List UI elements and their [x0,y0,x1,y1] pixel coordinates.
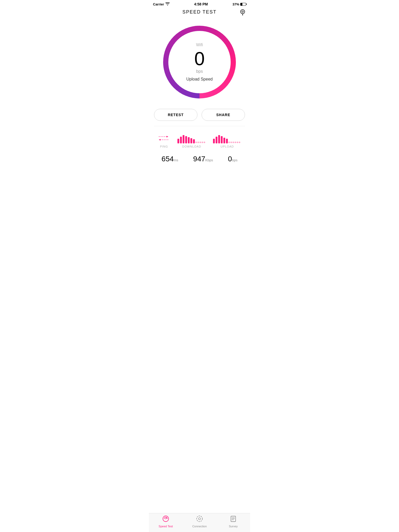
upload-value-item: 0bps [228,155,238,163]
retest-button[interactable]: RETEST [154,109,197,121]
status-time: 4:58 PM [194,2,208,6]
svg-rect-18 [213,139,215,143]
svg-marker-3 [167,136,168,137]
upload-label: UPLOAD [221,145,234,148]
upload-chart [213,134,242,143]
status-left: Carrier [153,2,170,6]
svg-point-25 [230,142,232,143]
svg-rect-19 [216,137,217,143]
carrier-label: Carrier [153,2,164,6]
gauge-container: Wifi 0 bps Upload Speed [149,18,250,104]
ping-unit: ms [174,158,178,162]
svg-marker-5 [159,139,161,141]
ping-label: PING [160,145,168,148]
wifi-icon [165,2,170,6]
svg-rect-11 [190,138,192,143]
upload-value: 0 [228,155,232,163]
svg-rect-6 [177,139,179,143]
gauge-speed-value: 0 [194,49,205,68]
status-bar: Carrier 4:58 PM 37% [149,0,250,7]
upload-stat: UPLOAD [213,134,242,148]
svg-rect-20 [218,135,220,143]
svg-point-14 [197,142,199,143]
gauge-unit: bps [196,69,203,74]
status-right: 37% [232,2,246,6]
battery-percent: 37% [232,2,239,6]
action-buttons: RETEST SHARE [149,104,250,126]
location-icon[interactable] [239,9,246,17]
svg-rect-10 [188,137,190,143]
stats-charts-row: PING [154,134,245,148]
svg-rect-12 [193,139,195,143]
svg-point-29 [239,142,240,143]
svg-point-27 [235,142,236,143]
battery-fill [241,3,242,5]
download-label: DOWNLOAD [182,145,201,148]
ping-chart [157,134,170,143]
svg-point-13 [195,142,197,143]
svg-rect-8 [183,135,184,143]
stats-section: PING [149,126,250,174]
share-button[interactable]: SHARE [202,109,245,121]
svg-point-26 [232,142,234,143]
svg-rect-7 [180,137,182,143]
ping-stat: PING [157,134,170,148]
gauge-label: Upload Speed [186,77,212,82]
download-value: 947 [193,155,205,163]
download-value-item: 947Kbps [193,155,213,163]
gauge-inner: Wifi 0 bps Upload Speed [168,31,231,93]
battery-icon [240,3,246,6]
ping-value-item: 654ms [162,155,178,163]
svg-point-28 [237,142,238,143]
svg-point-17 [204,142,205,143]
svg-point-1 [242,11,243,12]
values-row: 654ms 947Kbps 0bps [154,152,245,168]
svg-point-24 [228,142,230,143]
svg-rect-22 [223,138,225,143]
download-stat: DOWNLOAD [177,134,206,148]
ping-value: 654 [162,155,174,163]
gauge-ring[interactable]: Wifi 0 bps Upload Speed [163,26,236,98]
gauge-connection-type: Wifi [196,43,203,47]
svg-rect-21 [221,136,223,143]
svg-point-16 [202,142,203,143]
upload-unit: bps [232,158,237,162]
download-chart [177,134,206,143]
svg-rect-23 [226,139,228,143]
page-title: SPEED TEST [182,9,217,15]
nav-bar: SPEED TEST [149,7,250,18]
svg-point-15 [200,142,201,143]
svg-point-0 [241,10,245,14]
download-unit: Kbps [205,158,213,162]
svg-rect-9 [185,136,187,143]
